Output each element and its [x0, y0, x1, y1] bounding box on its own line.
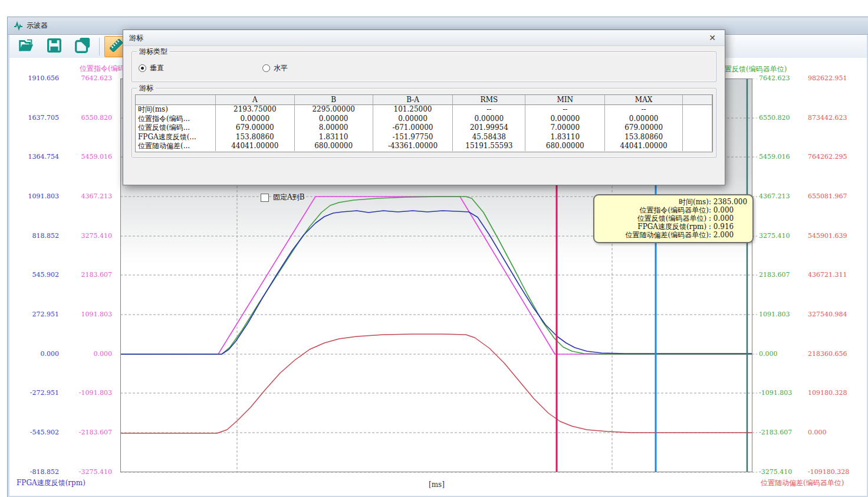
table-cell	[683, 105, 712, 115]
tick-pos-fb: 2183.607	[759, 271, 807, 279]
tick-fpga-speed: -272.951	[12, 389, 59, 397]
tooltip-value: 0.916	[711, 223, 748, 231]
tick-pos-cmd: -2183.607	[64, 429, 112, 437]
table-header-cell	[683, 95, 712, 105]
screen: 示波器	[0, 0, 868, 497]
table-cell: 44041.00000	[605, 142, 683, 151]
tick-pos-err: 655081.967	[808, 192, 864, 201]
table-cell: 153.80860	[216, 133, 295, 142]
tick-pos-err: 0.000	[808, 429, 864, 437]
table-cell	[683, 115, 712, 124]
tooltip-value: 0.000	[711, 214, 748, 223]
cursor-type-groupbox: 游标类型 垂直 水平	[131, 51, 716, 82]
table-cell: FPGA速度反馈(...	[136, 133, 216, 142]
cursor-dialog: 游标 ✕ 游标类型 垂直 水平 游标 ABB-ARMSMINMAX时间(ms)2…	[123, 30, 725, 185]
tick-pos-fb: -2183.607	[759, 429, 807, 437]
axis-label-fpga-speed: FPGA速度反馈(rpm)	[17, 478, 86, 488]
tooltip-label: 位置随动偏差(编码器单位):	[598, 231, 711, 239]
tooltip-row: 位置随动偏差(编码器单位): 2.000	[598, 231, 748, 239]
table-cell: 位置指令(编码...	[136, 115, 216, 124]
table-cell: 45.58438	[453, 133, 525, 142]
table-row: 位置反馈(编码...679.000008.00000-671.00000201.…	[136, 123, 712, 133]
table-cell: 44041.00000	[216, 142, 295, 151]
tooltip-row: 位置指令(编码器单位): 0.000	[598, 206, 748, 214]
table-cell: -43361.00000	[373, 142, 453, 151]
tick-fpga-speed: 545.902	[12, 271, 59, 279]
snapshot-button[interactable]	[71, 36, 94, 57]
table-cell	[683, 142, 712, 151]
tick-fpga-speed: 272.951	[12, 310, 59, 319]
tick-pos-cmd: 5459.016	[64, 153, 112, 161]
cursor-group-label: 游标	[137, 84, 156, 93]
radio-horizontal-circle	[262, 64, 270, 72]
tick-pos-cmd: -3275.410	[64, 468, 112, 476]
tick-fpga-speed: 818.852	[12, 232, 59, 240]
table-cell: 101.25000	[373, 105, 453, 115]
table-row: 位置指令(编码...0.000000.000000.000000.000000.…	[136, 115, 712, 124]
tick-pos-err: 764262.295	[808, 153, 864, 161]
dialog-titlebar[interactable]: 游标	[123, 30, 725, 46]
copy-window-icon	[74, 37, 91, 57]
tooltip-value: 2.000	[711, 231, 748, 239]
table-cell: 680.00000	[525, 142, 605, 151]
tick-pos-cmd: 1091.803	[64, 310, 112, 319]
tick-pos-err: 873442.623	[808, 114, 864, 122]
checkbox-box	[261, 194, 269, 202]
tick-fpga-speed: -545.902	[12, 429, 59, 437]
table-cell: --	[525, 105, 605, 115]
radio-horizontal[interactable]: 水平	[262, 63, 288, 73]
table-header-cell: A	[216, 95, 295, 105]
tooltip-row: 时间(ms): 2385.000	[598, 198, 748, 206]
table-cell: 2295.00000	[295, 105, 373, 115]
dialog-close-button[interactable]: ✕	[706, 32, 719, 44]
cursor-table[interactable]: ABB-ARMSMINMAX时间(ms)2193.750002295.00000…	[135, 94, 713, 152]
cursor-type-group-label: 游标类型	[137, 47, 170, 56]
tick-pos-fb: -3275.410	[759, 468, 807, 476]
tick-pos-fb: 0.000	[759, 350, 807, 358]
tick-pos-fb: 7642.623	[759, 74, 807, 83]
tick-pos-fb: -1091.803	[759, 389, 807, 397]
table-cell: 679.00000	[605, 123, 683, 133]
table-header-cell: MAX	[605, 95, 683, 105]
tick-fpga-speed: 1364.754	[12, 153, 59, 161]
table-cell: --	[453, 105, 525, 115]
open-file-button[interactable]	[14, 36, 38, 57]
tick-pos-cmd: 7642.623	[64, 74, 112, 83]
tooltip-row: 位置反馈(编码器单位) : 0.000	[598, 214, 748, 223]
fix-a-to-b-checkbox[interactable]: 固定A到B	[261, 192, 304, 202]
table-header-row: ABB-ARMSMINMAX	[136, 95, 712, 105]
table-cell: 位置反馈(编码...	[136, 123, 216, 133]
table-cell: 1.83110	[525, 133, 605, 142]
tick-pos-fb: 5459.016	[759, 153, 807, 161]
table-cell: 0.00000	[295, 115, 373, 124]
tooltip-value: 0.000	[711, 206, 748, 214]
table-cell: 153.80860	[605, 133, 683, 142]
table-header-cell: B	[295, 95, 373, 105]
folder-open-icon	[17, 37, 35, 57]
tick-pos-err: 436721.311	[808, 271, 864, 279]
table-cell: --	[605, 105, 683, 115]
save-button[interactable]	[42, 36, 66, 57]
tooltip-value: 2385.000	[711, 198, 748, 206]
table-cell: 0.00000	[453, 115, 525, 124]
table-header-cell: B-A	[373, 95, 453, 105]
radio-vertical[interactable]: 垂直	[139, 63, 164, 73]
tick-pos-cmd: 2183.607	[64, 271, 112, 279]
table-header-cell	[136, 95, 216, 105]
table-cell: 2193.75000	[216, 105, 295, 115]
table-cell	[683, 123, 712, 133]
toolbar-separator	[99, 38, 100, 55]
table-cell	[683, 133, 712, 142]
table-header-cell: MIN	[525, 95, 605, 105]
tick-pos-cmd: 6550.820	[64, 114, 112, 122]
tick-fpga-speed: -818.852	[12, 468, 59, 476]
tick-pos-cmd: -1091.803	[64, 389, 112, 397]
table-cell: 679.00000	[216, 123, 295, 133]
dialog-title: 游标	[129, 33, 143, 43]
window-title: 示波器	[27, 21, 48, 31]
radio-vertical-label: 垂直	[150, 63, 164, 73]
tooltip-label: 位置反馈(编码器单位) :	[598, 214, 711, 223]
table-header-cell: RMS	[453, 95, 525, 105]
table-cell: 680.00000	[295, 142, 373, 151]
tick-pos-cmd: 4367.213	[64, 192, 112, 201]
